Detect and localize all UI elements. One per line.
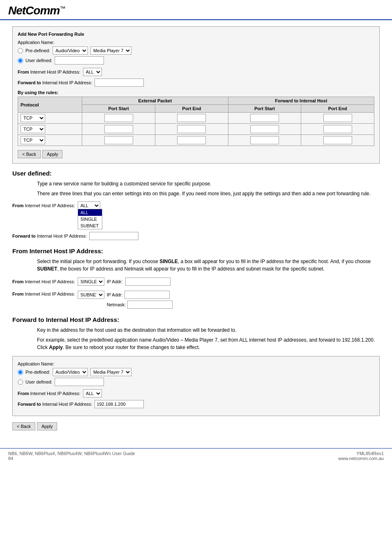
protocol-select-1[interactable]: TCP bbox=[21, 114, 45, 122]
bottom-from-ip-row: From Internet Host IP Address: ALL bbox=[18, 389, 374, 398]
protocol-select-3[interactable]: TCP bbox=[21, 136, 45, 144]
predefined-row: Pre-defined: Audio/Video Media Player 7 bbox=[18, 46, 374, 55]
subnet-ipaddr-label: IP Addr: bbox=[107, 292, 123, 297]
col-ext-port-start: Port Start bbox=[82, 105, 155, 113]
subnet-select[interactable]: SUBNET bbox=[78, 291, 104, 299]
user-defined-radio[interactable] bbox=[18, 58, 23, 63]
single-ipaddr-label: IP Addr: bbox=[107, 279, 123, 284]
ext-end-1[interactable] bbox=[177, 114, 206, 122]
bottom-from-ip-label: From Internet Host IP Address: bbox=[18, 391, 81, 396]
from-ip-row: From Internet Host IP Address: ALL bbox=[18, 68, 374, 76]
bottom-predefined-cat-select[interactable]: Audio/Video bbox=[53, 368, 88, 376]
dropdown-list: ALL SINGLE SUBNET bbox=[78, 209, 102, 229]
user-defined-input[interactable] bbox=[55, 56, 104, 65]
predefined-cat-select[interactable]: Audio/Video bbox=[53, 46, 88, 55]
bottom-forward-ip-row: Forward to Internal Host IP Address: bbox=[18, 400, 374, 408]
ext-end-2[interactable] bbox=[177, 125, 206, 133]
back-button-top[interactable]: < Back bbox=[18, 150, 41, 158]
forward-ip-row: Forward to Internal Host IP Address: bbox=[18, 79, 374, 87]
bottom-example-form: Application Name: Pre-defined: Audio/Vid… bbox=[12, 356, 380, 416]
single-select[interactable]: SINGLE bbox=[78, 278, 104, 286]
protocol-select-2[interactable]: TCP bbox=[21, 125, 45, 133]
ext-start-3[interactable] bbox=[104, 136, 133, 144]
page-footer: NB6, NB6W, NB6Plus4, NB6Plus4W, NB6Plus4… bbox=[0, 448, 392, 463]
bottom-ip-rows: From Internet Host IP Address: ALL Forwa… bbox=[18, 389, 374, 408]
apply-button-bottom[interactable]: Apply bbox=[37, 422, 58, 430]
form-top-title: Add New Port Forwarding Rule bbox=[18, 32, 374, 37]
subnet-inputs: IP Addr: Netmask: bbox=[107, 291, 173, 309]
subnet-netmask-input[interactable] bbox=[127, 301, 173, 309]
app-name-label: Application Name: bbox=[18, 40, 374, 45]
logo-tm: ™ bbox=[60, 5, 65, 12]
table-row: TCP bbox=[18, 113, 374, 124]
single-ip-row: From Internet Host IP Address: SINGLE IP… bbox=[12, 278, 380, 286]
col-ext-port-end: Port End bbox=[155, 105, 228, 113]
user-defined-forward-label: Forward to Internal Host IP Address: bbox=[12, 234, 87, 238]
bottom-forward-ip-input[interactable] bbox=[95, 400, 144, 408]
ext-end-3[interactable] bbox=[177, 136, 206, 144]
ext-start-2[interactable] bbox=[104, 125, 133, 133]
int-start-2[interactable] bbox=[250, 125, 279, 133]
from-ip-select-demo[interactable]: ALL bbox=[78, 201, 100, 210]
dropdown-demo: ALL ALL SINGLE SUBNET bbox=[78, 201, 100, 210]
forward-to-para1: Key in the address for the host used as … bbox=[37, 326, 380, 334]
top-form-buttons: < Back Apply bbox=[18, 150, 374, 158]
predefined-sub-select[interactable]: Media Player 7 bbox=[90, 46, 131, 55]
dd-item-all[interactable]: ALL bbox=[78, 209, 102, 216]
bottom-predefined-radio[interactable] bbox=[18, 370, 23, 375]
subnet-from-label: From Internet Host IP Address: bbox=[12, 291, 75, 296]
back-button-bottom[interactable]: < Back bbox=[12, 422, 35, 430]
dd-item-subnet[interactable]: SUBNET bbox=[78, 222, 102, 229]
predefined-radio[interactable] bbox=[18, 48, 23, 53]
bottom-user-defined-input[interactable] bbox=[55, 378, 104, 386]
user-defined-forward-input[interactable] bbox=[89, 232, 138, 240]
from-ip-select[interactable]: ALL bbox=[83, 68, 102, 76]
user-defined-para2: There are three lines that you can enter… bbox=[37, 190, 380, 197]
int-end-3[interactable] bbox=[323, 136, 352, 144]
int-start-3[interactable] bbox=[250, 136, 279, 144]
subnet-row: From Internet Host IP Address: SUBNET IP… bbox=[12, 291, 380, 309]
from-ip-section: From Internet Host IP Address: Select th… bbox=[12, 247, 380, 309]
bottom-predefined-row: Pre-defined: Audio/Video Media Player 7 bbox=[18, 368, 374, 376]
bottom-user-defined-label: User defined: bbox=[25, 379, 52, 384]
by-rules-label: By using the rules: bbox=[18, 90, 374, 95]
bottom-form-buttons: < Back Apply bbox=[12, 422, 380, 430]
col-int-port-end: Port End bbox=[301, 105, 374, 113]
user-defined-para1: Type a new service name for building a c… bbox=[37, 180, 380, 187]
forward-ip-label: Forward to Internal Host IP Address: bbox=[18, 80, 92, 85]
forward-to-para2: For example, select the predefined appli… bbox=[37, 336, 380, 351]
bottom-user-defined-radio[interactable] bbox=[18, 379, 23, 385]
footer-right: YML854Rev1 www.netcomm.com.au bbox=[338, 451, 384, 461]
dd-item-single[interactable]: SINGLE bbox=[78, 216, 102, 222]
subnet-netmask-label: Netmask: bbox=[107, 302, 126, 307]
user-defined-section: User defined: Type a new service name fo… bbox=[12, 170, 380, 240]
int-start-1[interactable] bbox=[250, 114, 279, 122]
table-row: TCP bbox=[18, 135, 374, 146]
bottom-predefined-sub-select[interactable]: Media Player 7 bbox=[90, 368, 131, 376]
table-row: TCP bbox=[18, 124, 374, 135]
col-external-packet: External Packet bbox=[82, 97, 228, 105]
int-end-2[interactable] bbox=[323, 125, 352, 133]
predefined-label: Pre-defined: bbox=[25, 48, 50, 53]
subnet-netmask-row: Netmask: bbox=[107, 301, 173, 309]
from-ip-para1: Select the initial place for port forwar… bbox=[37, 258, 380, 273]
ext-start-1[interactable] bbox=[104, 114, 133, 122]
bottom-user-defined-row: User defined: bbox=[18, 378, 374, 386]
subnet-ipaddr-input[interactable] bbox=[125, 291, 170, 299]
single-ipaddr-input[interactable] bbox=[125, 278, 171, 286]
col-int-port-start: Port Start bbox=[228, 105, 301, 113]
int-end-1[interactable] bbox=[323, 114, 352, 122]
apply-button-top[interactable]: Apply bbox=[42, 150, 63, 158]
bottom-predefined-label: Pre-defined: bbox=[25, 370, 50, 375]
forward-to-section: Forward to Internal Host IP Address: Key… bbox=[12, 316, 380, 430]
forward-ip-input[interactable] bbox=[95, 79, 144, 87]
forward-to-heading: Forward to Internal Host IP Address: bbox=[12, 316, 380, 323]
single-from-label: From Internet Host IP Address: bbox=[12, 279, 75, 284]
bottom-from-ip-select[interactable]: ALL bbox=[83, 389, 102, 398]
port-forwarding-table: Protocol External Packet Forward to Inte… bbox=[18, 97, 374, 146]
user-defined-row: User defined: bbox=[18, 56, 374, 65]
col-protocol: Protocol bbox=[18, 97, 82, 113]
from-ip-label: From Internet Host IP Address: bbox=[18, 69, 81, 74]
subnet-ipaddr-row: IP Addr: bbox=[107, 291, 173, 299]
footer-left: NB6, NB6W, NB6Plus4, NB6Plus4W, NB6Plus4… bbox=[8, 451, 135, 461]
